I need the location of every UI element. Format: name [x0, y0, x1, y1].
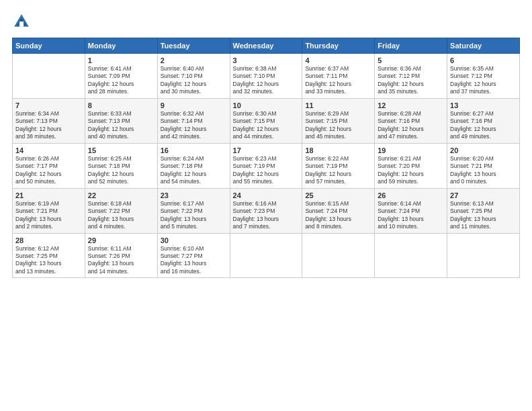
day-info: Sunrise: 6:32 AMSunset: 7:14 PMDaylight:… — [161, 110, 227, 141]
sunset-text: Sunset: 7:22 PM — [88, 208, 154, 215]
sunrise-text: Sunrise: 6:28 AM — [378, 110, 444, 118]
day-info: Sunrise: 6:34 AMSunset: 7:13 PMDaylight:… — [15, 110, 82, 141]
daylight-text: Daylight: 12 hours — [161, 81, 227, 88]
day-cell: 26Sunrise: 6:14 AMSunset: 7:24 PMDayligh… — [375, 188, 447, 233]
sunset-text: Sunset: 7:10 PM — [161, 73, 227, 80]
daylight-text: Daylight: 13 hours — [15, 216, 82, 223]
day-cell — [13, 54, 85, 99]
daylight-text-2: and 50 minutes. — [15, 178, 82, 185]
day-number: 25 — [305, 191, 371, 199]
day-cell: 29Sunrise: 6:11 AMSunset: 7:26 PMDayligh… — [85, 233, 157, 278]
sunrise-text: Sunrise: 6:36 AM — [378, 65, 444, 73]
sunrise-text: Sunrise: 6:25 AM — [88, 155, 154, 163]
sunrise-text: Sunrise: 6:38 AM — [233, 65, 300, 73]
week-row-4: 28Sunrise: 6:12 AMSunset: 7:25 PMDayligh… — [13, 233, 520, 278]
day-number: 4 — [305, 56, 371, 64]
day-number: 19 — [378, 146, 444, 154]
sunrise-text: Sunrise: 6:16 AM — [233, 200, 300, 208]
sunset-text: Sunset: 7:21 PM — [450, 163, 517, 170]
day-number: 27 — [450, 191, 517, 199]
day-cell: 8Sunrise: 6:33 AMSunset: 7:13 PMDaylight… — [85, 98, 157, 143]
day-info: Sunrise: 6:37 AMSunset: 7:11 PMDaylight:… — [305, 65, 371, 96]
day-cell: 30Sunrise: 6:10 AMSunset: 7:27 PMDayligh… — [157, 233, 230, 278]
daylight-text: Daylight: 13 hours — [161, 216, 227, 223]
sunrise-text: Sunrise: 6:40 AM — [161, 65, 227, 73]
sunrise-text: Sunrise: 6:18 AM — [88, 200, 154, 208]
sunrise-text: Sunrise: 6:23 AM — [233, 155, 300, 163]
sunset-text: Sunset: 7:10 PM — [233, 73, 300, 80]
sunrise-text: Sunrise: 6:12 AM — [15, 245, 82, 253]
daylight-text-2: and 13 minutes. — [15, 268, 82, 275]
sunrise-text: Sunrise: 6:34 AM — [15, 110, 82, 118]
day-cell: 2Sunrise: 6:40 AMSunset: 7:10 PMDaylight… — [157, 54, 230, 99]
daylight-text: Daylight: 12 hours — [233, 171, 300, 178]
sunset-text: Sunset: 7:11 PM — [305, 73, 371, 80]
daylight-text: Daylight: 12 hours — [88, 126, 154, 133]
sunset-text: Sunset: 7:18 PM — [161, 163, 227, 170]
logo — [12, 12, 34, 31]
sunset-text: Sunset: 7:25 PM — [450, 208, 517, 215]
daylight-text-2: and 14 minutes. — [88, 268, 154, 275]
day-number: 2 — [161, 56, 227, 64]
sunset-text: Sunset: 7:19 PM — [233, 163, 300, 170]
daylight-text: Daylight: 12 hours — [305, 81, 371, 88]
sunrise-text: Sunrise: 6:11 AM — [88, 245, 154, 253]
sunrise-text: Sunrise: 6:21 AM — [378, 155, 444, 163]
daylight-text: Daylight: 12 hours — [378, 126, 444, 133]
sunrise-text: Sunrise: 6:33 AM — [88, 110, 154, 118]
week-row-1: 7Sunrise: 6:34 AMSunset: 7:13 PMDaylight… — [13, 98, 520, 143]
day-info: Sunrise: 6:12 AMSunset: 7:25 PMDaylight:… — [15, 245, 82, 276]
calendar-body: 1Sunrise: 6:41 AMSunset: 7:09 PMDaylight… — [13, 54, 520, 278]
daylight-text: Daylight: 12 hours — [88, 81, 154, 88]
sunset-text: Sunset: 7:18 PM — [88, 163, 154, 170]
daylight-text-2: and 7 minutes. — [233, 223, 300, 230]
daylight-text-2: and 45 minutes. — [305, 133, 371, 140]
day-info: Sunrise: 6:40 AMSunset: 7:10 PMDaylight:… — [161, 65, 227, 96]
sunset-text: Sunset: 7:20 PM — [378, 163, 444, 170]
day-info: Sunrise: 6:20 AMSunset: 7:21 PMDaylight:… — [450, 155, 517, 186]
daylight-text-2: and 47 minutes. — [378, 133, 444, 140]
day-info: Sunrise: 6:19 AMSunset: 7:21 PMDaylight:… — [15, 200, 82, 231]
daylight-text: Daylight: 12 hours — [378, 81, 444, 88]
daylight-text-2: and 30 minutes. — [161, 88, 227, 95]
week-row-2: 14Sunrise: 6:26 AMSunset: 7:17 PMDayligh… — [13, 143, 520, 188]
day-cell: 23Sunrise: 6:17 AMSunset: 7:22 PMDayligh… — [157, 188, 230, 233]
day-number: 11 — [305, 101, 371, 109]
week-row-0: 1Sunrise: 6:41 AMSunset: 7:09 PMDaylight… — [13, 54, 520, 99]
day-cell: 22Sunrise: 6:18 AMSunset: 7:22 PMDayligh… — [85, 188, 157, 233]
day-number: 5 — [378, 56, 444, 64]
sunrise-text: Sunrise: 6:30 AM — [233, 110, 300, 118]
sunrise-text: Sunrise: 6:37 AM — [305, 65, 371, 73]
daylight-text: Daylight: 12 hours — [378, 171, 444, 178]
sunset-text: Sunset: 7:15 PM — [305, 118, 371, 125]
svg-rect-2 — [19, 21, 24, 27]
day-cell: 1Sunrise: 6:41 AMSunset: 7:09 PMDaylight… — [85, 54, 157, 99]
sunset-text: Sunset: 7:12 PM — [450, 73, 517, 80]
daylight-text-2: and 59 minutes. — [378, 178, 444, 185]
daylight-text-2: and 10 minutes. — [378, 223, 444, 230]
sunset-text: Sunset: 7:22 PM — [161, 208, 227, 215]
day-cell: 12Sunrise: 6:28 AMSunset: 7:16 PMDayligh… — [375, 98, 447, 143]
daylight-text: Daylight: 13 hours — [161, 260, 227, 267]
day-cell: 25Sunrise: 6:15 AMSunset: 7:24 PMDayligh… — [302, 188, 375, 233]
day-cell — [230, 233, 302, 278]
header-cell-thursday: Thursday — [302, 38, 375, 54]
day-cell: 9Sunrise: 6:32 AMSunset: 7:14 PMDaylight… — [157, 98, 230, 143]
daylight-text: Daylight: 12 hours — [450, 126, 517, 133]
daylight-text-2: and 2 minutes. — [15, 223, 82, 230]
day-number: 26 — [378, 191, 444, 199]
daylight-text: Daylight: 13 hours — [233, 216, 300, 223]
day-number: 21 — [15, 191, 82, 199]
daylight-text-2: and 35 minutes. — [378, 88, 444, 95]
sunrise-text: Sunrise: 6:14 AM — [378, 200, 444, 208]
sunset-text: Sunset: 7:26 PM — [88, 253, 154, 260]
daylight-text-2: and 44 minutes. — [233, 133, 300, 140]
daylight-text: Daylight: 13 hours — [15, 260, 82, 267]
day-number: 9 — [161, 101, 227, 109]
sunset-text: Sunset: 7:13 PM — [15, 118, 82, 125]
day-number: 8 — [88, 101, 154, 109]
logo-icon — [12, 12, 31, 31]
day-cell: 15Sunrise: 6:25 AMSunset: 7:18 PMDayligh… — [85, 143, 157, 188]
daylight-text: Daylight: 12 hours — [15, 171, 82, 178]
day-cell: 17Sunrise: 6:23 AMSunset: 7:19 PMDayligh… — [230, 143, 302, 188]
